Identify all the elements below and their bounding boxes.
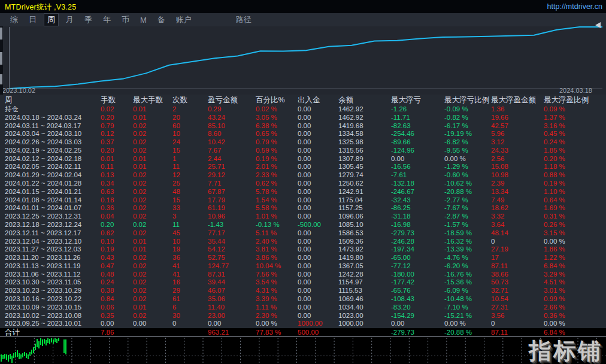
candlestick-preview-panel[interactable]: 指标铺 — [0, 336, 606, 364]
cell: 0.00 % — [544, 320, 606, 328]
table-row[interactable]: 2023.11.06 ~ 2023.11.120.480.024187.317.… — [0, 271, 606, 279]
menu-item-yue[interactable]: 月 — [63, 14, 77, 26]
cell: 61 — [172, 295, 208, 304]
cell: 0.00 — [391, 155, 444, 163]
menu-item-lujing[interactable]: 路径 — [233, 14, 254, 26]
table-row[interactable]: 2024.01.01 ~ 2024.01.070.360.023361.195.… — [0, 204, 606, 213]
cell: 0.00 — [298, 271, 338, 279]
cell: -7.10 % — [444, 304, 491, 312]
menu-item-bi[interactable]: 币 — [119, 14, 132, 26]
cell: 0.00 — [298, 130, 338, 138]
table-row[interactable]: 2024.03.18 ~ 2024.03.240.200.012043.243.… — [0, 114, 606, 122]
row-label: 2023.11.13 ~ 2023.11.19 — [5, 262, 101, 271]
table-row[interactable]: 2023.10.09 ~ 2023.10.150.060.01611.401.1… — [0, 304, 606, 312]
cell: 3.39 % — [256, 295, 298, 304]
cell: 0.34 — [101, 180, 133, 188]
equity-chart-panel[interactable]: 2023.10.02 2024.03.18 — [0, 26, 606, 95]
table-row[interactable]: 2024.02.05 ~ 2024.02.110.110.011125.712.… — [0, 163, 606, 171]
row-label: 2023.10.23 ~ 2023.10.29 — [5, 287, 101, 295]
menu-item-zhou[interactable]: 周 — [44, 14, 58, 26]
cell: -9.55 % — [444, 147, 491, 155]
cell: 0.00 — [298, 278, 338, 287]
table-row[interactable]: 2024.02.19 ~ 2024.02.250.200.02157.670.5… — [0, 147, 606, 155]
cell: 2.30 % — [256, 312, 298, 320]
cell: -86.25 — [391, 204, 444, 213]
website-link[interactable]: http://mtdriver.cn — [547, 2, 602, 11]
table-row[interactable]: 2023.12.04 ~ 2023.12.100.100.011035.442.… — [0, 238, 606, 246]
watermark-text: 指标铺 — [529, 338, 602, 363]
cell: 0.00 — [298, 295, 338, 304]
table-row[interactable]: 2023.11.13 ~ 2023.11.190.470.0241124.771… — [0, 262, 606, 271]
cell: 124.77 — [208, 262, 256, 271]
row-label: 2023.11.27 ~ 2023.12.03 — [5, 245, 101, 254]
cell: 1250.62 — [338, 180, 391, 188]
cell: -16.98 — [391, 221, 444, 229]
cell: 0.00 — [298, 171, 338, 180]
cell: 0.00 — [298, 163, 338, 171]
scrollbar-thumb[interactable] — [0, 28, 2, 40]
table-row[interactable]: 2024.02.12 ~ 2024.02.180.010.0112.440.19… — [0, 155, 606, 163]
cell: 20 — [172, 114, 208, 122]
cell: 0.00 — [298, 188, 338, 196]
cell: 3.16 % — [544, 122, 606, 131]
cell: -82.63 — [391, 122, 444, 131]
column-header: 最大浮亏 — [391, 95, 444, 105]
cell: 1334.58 — [338, 130, 391, 138]
chart-end-date-label: 2024.03.18 — [559, 87, 592, 94]
table-row[interactable]: 2024.01.22 ~ 2024.01.280.340.02257.710.6… — [0, 180, 606, 188]
cell: 19 — [172, 245, 208, 254]
scrollbar-thumb[interactable] — [0, 74, 2, 84]
table-row[interactable]: 2024.02.26 ~ 2024.03.030.370.022410.420.… — [0, 138, 606, 147]
cell: 24.33 — [491, 147, 544, 155]
cell: 0.62 % — [256, 180, 298, 188]
table-row[interactable]: 2023.09.25 ~ 2023.10.010.000.0000.000.00… — [0, 320, 606, 328]
menu-item-bei[interactable]: 备 — [154, 14, 168, 26]
table-row[interactable]: 2023.11.20 ~ 2023.11.260.430.023652.753.… — [0, 254, 606, 262]
table-row[interactable]: 2023.10.30 ~ 2023.11.050.240.021639.443.… — [0, 278, 606, 287]
table-row[interactable]: 2024.03.04 ~ 2024.03.100.120.02108.600.6… — [0, 130, 606, 138]
cell: 27.19 — [491, 245, 544, 254]
menu-item-zong[interactable]: 综 — [7, 14, 21, 26]
cell: 500.00 — [298, 328, 338, 336]
cell: 17 — [491, 254, 544, 262]
cell: 0.99 % — [544, 295, 606, 304]
row-label: 2024.02.26 ~ 2024.03.03 — [5, 138, 101, 147]
cell: -132.18 — [391, 180, 444, 188]
cell: 1462.92 — [338, 105, 391, 114]
table-row[interactable]: 2023.11.27 ~ 2023.12.030.190.011954.123.… — [0, 245, 606, 254]
table-row[interactable]: 2024.01.29 ~ 2024.02.040.130.021229.122.… — [0, 171, 606, 180]
cell: -1.26 — [391, 105, 444, 114]
menu-item-ji[interactable]: 季 — [81, 14, 95, 26]
cell: 3.12 — [491, 138, 544, 147]
table-total-row[interactable]: 合计7.86963.2177.83 %500.00-279.73-20.88 %… — [0, 328, 606, 336]
column-header: 最大浮亏比例 — [444, 95, 491, 105]
table-row[interactable]: 2023.10.02 ~ 2023.10.080.350.023023.002.… — [0, 312, 606, 320]
cell: -6.82 % — [444, 138, 491, 147]
table-row[interactable]: 2024.03.11 ~ 2024.03.170.790.026085.106.… — [0, 122, 606, 131]
menu-item-ri[interactable]: 日 — [26, 14, 40, 26]
cell: 87.11 — [491, 328, 544, 336]
table-row[interactable]: 2023.12.11 ~ 2023.12.170.620.024577.175.… — [0, 229, 606, 238]
table-row[interactable]: 2023.10.16 ~ 2023.10.220.840.026135.063.… — [0, 295, 606, 304]
table-row[interactable]: 2023.12.18 ~ 2023.12.240.200.0211-1.43-0… — [0, 221, 606, 229]
cell: 1.37 % — [544, 114, 606, 122]
table-row[interactable]: 2024.01.08 ~ 2024.01.140.180.021517.791.… — [0, 196, 606, 205]
menu-item-zhanghu[interactable]: 账户 — [173, 14, 195, 26]
left-scrollbar[interactable] — [0, 26, 3, 95]
table-row[interactable]: 持仓0.020.0120.290.02 %0.001462.92-1.26-0.… — [0, 105, 606, 114]
cell: 0.00 — [298, 287, 338, 295]
scrollbar-thumb[interactable] — [0, 52, 2, 65]
table-row[interactable]: 2023.12.25 ~ 2023.12.310.040.02310.961.0… — [0, 213, 606, 221]
cell: 2.40 % — [256, 238, 298, 246]
cell: 2.44 — [208, 155, 256, 163]
cell: 18.62 — [491, 204, 544, 213]
table-row[interactable]: 2023.10.23 ~ 2023.10.290.380.022946.074.… — [0, 287, 606, 295]
cell: 87.11 — [491, 262, 544, 271]
cell: 1.18 % — [544, 163, 606, 171]
table-row[interactable]: 2024.01.15 ~ 2024.01.210.630.024867.875.… — [0, 188, 606, 196]
cell: 0.88 % — [544, 171, 606, 180]
menu-item-nian[interactable]: 年 — [100, 14, 114, 26]
cell: 0.79 % — [256, 138, 298, 147]
menu-item-m[interactable]: M — [137, 15, 150, 25]
cell: 10.98 — [491, 171, 544, 180]
